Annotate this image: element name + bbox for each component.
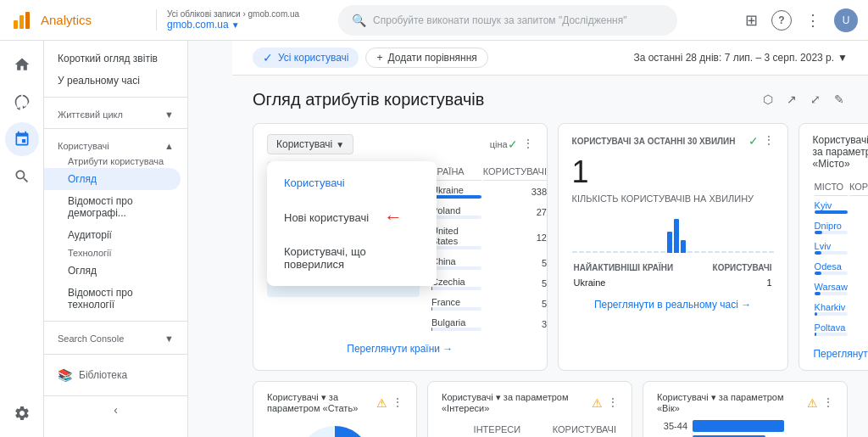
realtime-country-ukraine: Ukraine (574, 276, 697, 289)
dropdown-item-new-users[interactable]: Нові користувачі ← (267, 198, 437, 237)
realtime-check: ✓ (748, 134, 759, 148)
nav-icon-realtime[interactable] (5, 85, 39, 119)
nav-item-attrs-overview[interactable]: Огляд (44, 168, 181, 190)
city-name-cell: Odesa (815, 259, 848, 277)
analytics-logo-icon (10, 8, 34, 32)
users-table-row: Bulgaria 3 (431, 315, 547, 333)
realtime-icons: ✓ ⋮ (748, 134, 774, 148)
compare-chip[interactable]: + Додати порівняння (365, 48, 487, 68)
city-title[interactable]: Користувачі ▾ за параметром «Місто» (813, 134, 868, 170)
city-table: МІСТО КОРИСТУВАЧІ Kyiv 131 Dnipro 32 Lvi… (813, 176, 868, 340)
age-chart: 35-44 25-34 45-54 55-64 18-24 (657, 420, 833, 437)
realtime-bar (681, 240, 686, 253)
nav-item-tech-overview[interactable]: Огляд (44, 260, 181, 282)
share-icon[interactable]: ↗ (783, 89, 800, 109)
search-bar[interactable]: 🔍 Спробуйте виконати пошук за запитом "Д… (338, 5, 677, 36)
avatar[interactable]: U (834, 8, 858, 32)
nav-icon-settings-bottom[interactable] (5, 396, 39, 430)
nav-item-overview[interactable]: Короткий огляд звітів (44, 48, 181, 70)
users-table-row: France 5 (431, 294, 547, 313)
more-icon[interactable]: ⋮ (805, 11, 821, 30)
plus-icon: + (376, 52, 382, 64)
city-value-cell: 25 (849, 279, 868, 298)
dropdown-item-returning[interactable]: Користувачі, що поверилися (267, 237, 437, 279)
nav-item-realtime[interactable]: У реальному часі (44, 70, 181, 92)
nav-item-demographics[interactable]: Відомості про демографі... (44, 190, 181, 224)
realtime-bar (586, 251, 591, 253)
city-value-cell: 131 (849, 198, 868, 216)
interests-options-icon[interactable]: ⋮ (608, 396, 618, 410)
nav-collapse-button[interactable]: ‹ (44, 395, 187, 423)
nav-section-searchconsole[interactable]: Search Console ▼ (44, 327, 187, 347)
users-dropdown-trigger[interactable]: Користувачі ▼ (267, 134, 353, 154)
realtime-bar (599, 251, 604, 253)
users-value-cell: 12 (483, 223, 547, 252)
nav-icon-home[interactable] (5, 48, 39, 81)
active-countries-label: НАЙАКТИВНІШІ КРАЇНИ (574, 261, 697, 274)
date-range[interactable]: За останні 28 днів: 7 лип. – 3 серп. 202… (633, 52, 848, 64)
interests-title[interactable]: Користувачі ▾ за параметром «Інтереси» (442, 392, 592, 413)
topbar-domain[interactable]: gmob.com.ua ▼ (167, 19, 299, 31)
interests-warning-icon: ⚠ (592, 396, 603, 410)
nav-section-lifecycle[interactable]: Життєвий цикл ▼ (44, 103, 187, 123)
view-cities-link[interactable]: Переглянути міста → (813, 348, 868, 360)
edit-icon[interactable]: ✎ (831, 89, 848, 109)
customize-icon[interactable]: ⤢ (807, 89, 824, 109)
age-title[interactable]: Користувачі ▾ за параметром «Вік» (657, 392, 807, 413)
country-cell: United States (431, 223, 481, 252)
users-value-cell: 5 (483, 294, 547, 313)
topbar-right: ⊞ ? ⋮ U (745, 8, 858, 32)
nav-section-users[interactable]: Користувачі ▲ (44, 134, 187, 154)
city-value-cell: 11 (849, 300, 868, 318)
city-name-cell: Kharkiv (815, 300, 848, 318)
users-dropdown-label: Користувачі (276, 138, 332, 150)
nav-icon-search[interactable] (5, 160, 39, 193)
apps-icon[interactable]: ⊞ (745, 11, 758, 30)
dropdown-item-users[interactable]: Користувачі (267, 168, 437, 198)
nav-separator-2 (44, 128, 187, 129)
city-name-cell: Poltava (815, 320, 848, 339)
city-name-cell: Kyiv (815, 198, 848, 216)
nav-item-audiences[interactable]: Аудиторії (44, 224, 181, 246)
realtime-bar (701, 251, 706, 253)
view-realtime-link[interactable]: Переглянути в реальному часі → (594, 299, 751, 311)
realtime-countries-section: НАЙАКТИВНІШІ КРАЇНИ КОРИСТУВАЧІ Ukraine … (572, 260, 774, 291)
nav-item-tech-details[interactable]: Відомості про технології (44, 282, 181, 316)
gender-header: Користувачі ▾ за параметром «Стать» ⚠ ⋮ (267, 392, 403, 413)
nav-item-library[interactable]: 📚 Бібліотека (51, 361, 181, 389)
all-users-chip[interactable]: ✓ Усі користувачі (253, 48, 359, 68)
country-col-header: КРАЇНА (431, 163, 481, 181)
age-options-icon[interactable]: ⋮ (823, 396, 833, 410)
realtime-options[interactable]: ⋮ (764, 134, 774, 148)
secondary-bar: ✓ Усі користувачі + Додати порівняння За… (232, 41, 868, 76)
realtime-bar (742, 251, 747, 253)
age-label: 35-44 (657, 421, 687, 431)
gender-warning-icon: ⚠ (376, 396, 387, 410)
top-cards-row: Користувачі ▼ Користувачі Нові користува… (253, 123, 848, 371)
users-card-icons: ✓ ⋮ (508, 137, 533, 151)
page-content: Огляд атрибутів користувачів ⬡ ↗ ⤢ ✎ Кор… (232, 76, 868, 437)
users-options-icon[interactable]: ⋮ (523, 137, 533, 151)
topbar-logo-text: Analytics (41, 13, 92, 27)
nav-subsection-tech: Технології (44, 246, 181, 260)
nav-content: Короткий огляд звітів У реальному часі Ж… (44, 41, 187, 354)
realtime-bar (579, 251, 584, 253)
realtime-bar (647, 251, 652, 253)
realtime-bar (654, 251, 659, 253)
nav-icon-lifecycle[interactable] (5, 122, 39, 156)
help-icon[interactable]: ? (771, 10, 792, 31)
city-table-row: Kharkiv 11 (815, 300, 868, 318)
city-value-cell: 32 (849, 218, 868, 237)
export-icon[interactable]: ⬡ (760, 89, 776, 109)
gender-options-icon[interactable]: ⋮ (392, 396, 403, 410)
realtime-bar (708, 251, 713, 253)
users-table-row: Ukraine 338 (431, 182, 547, 201)
view-countries-link[interactable]: Переглянути країни → (347, 343, 453, 355)
users-value-cell: 5 (483, 274, 547, 293)
country-cell: France (431, 294, 481, 313)
age-chart-row: 35-44 (657, 420, 833, 432)
age-header: Користувачі ▾ за параметром «Вік» ⚠ ⋮ (657, 392, 833, 413)
age-warning-icon: ⚠ (807, 396, 818, 410)
users-card-right-label: ціна (490, 139, 508, 149)
gender-title[interactable]: Користувачі ▾ за параметром «Стать» (267, 392, 376, 413)
